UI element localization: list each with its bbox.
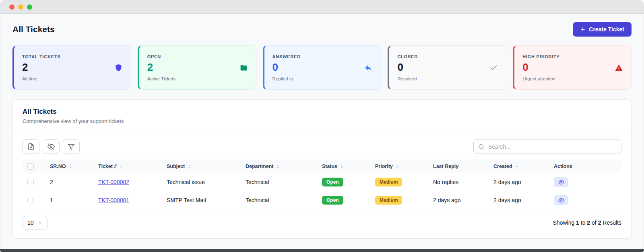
priority-badge: Medium: [375, 196, 402, 205]
create-ticket-button[interactable]: Create Ticket: [573, 22, 632, 37]
priority-badge: Medium: [375, 178, 402, 187]
window-bottom-edge: [0, 249, 644, 252]
status-badge: Open: [322, 178, 343, 187]
stat-card-closed: CLOSED 0 Resolved: [388, 45, 506, 90]
results-text: Results: [603, 219, 621, 226]
column-header-created[interactable]: Created: [489, 160, 549, 173]
cell-department: Technical: [241, 173, 317, 191]
stat-caption: Resolved: [397, 76, 417, 81]
stat-label: CLOSED: [397, 54, 417, 59]
table-header-row: SR.NO Ticket # Subject Department Status: [23, 160, 621, 173]
column-header-priority[interactable]: Priority: [370, 160, 428, 173]
cell-created: 2 days ago: [489, 173, 549, 191]
ticket-link[interactable]: TKT-000001: [98, 197, 129, 203]
close-window-button[interactable]: [9, 4, 14, 10]
results-total: 2: [598, 219, 601, 226]
sort-icon: [275, 164, 281, 169]
sort-icon: [68, 164, 73, 169]
eye-icon: [558, 179, 564, 185]
cell-created: 2 days ago: [489, 191, 549, 209]
column-header-subject[interactable]: Subject: [162, 160, 241, 173]
view-ticket-button[interactable]: [554, 195, 568, 205]
stat-value: 0: [397, 61, 417, 74]
stat-card-answered: ANSWERED 0 Replied to: [263, 45, 382, 90]
chevron-down-icon: [38, 220, 43, 225]
stat-caption: Urgent attention: [522, 76, 560, 81]
status-badge: Open: [322, 196, 343, 205]
eye-icon: [558, 197, 564, 203]
cell-last-reply: 2 days ago: [428, 191, 489, 209]
sort-icon: [187, 164, 192, 169]
stats-row: TOTAL TICKETS 2 All time OPEN 2 Active T…: [12, 45, 632, 90]
stat-caption: All time: [22, 76, 61, 81]
ticket-link[interactable]: TKT-000002: [98, 179, 129, 185]
column-header-srno[interactable]: SR.NO: [45, 160, 93, 173]
filter-button[interactable]: [63, 139, 80, 154]
column-label: Ticket #: [98, 164, 117, 169]
results-text: Showing: [553, 219, 575, 226]
cell-subject: SMTP Test Mail: [162, 191, 241, 209]
sort-icon: [119, 164, 124, 169]
results-summary: Showing 1 to 2 of 2 Results: [553, 219, 622, 226]
tickets-panel: All Tickets Comprehensive view of your s…: [12, 99, 632, 239]
minimize-window-button[interactable]: [18, 4, 23, 10]
column-label: Department: [246, 164, 273, 169]
zoom-window-button[interactable]: [27, 4, 32, 10]
column-header-actions: Actions: [549, 160, 621, 173]
stat-value: 2: [147, 61, 175, 74]
column-header-last-reply: Last Reply: [428, 160, 489, 173]
table-row: 2 TKT-000002 Technical issue Technical O…: [23, 173, 621, 191]
export-button[interactable]: [23, 139, 39, 154]
results-text: of: [592, 219, 597, 226]
column-label: Subject: [167, 164, 185, 169]
column-header-department[interactable]: Department: [241, 160, 317, 173]
folder-icon: [239, 64, 248, 72]
alert-triangle-icon: [615, 64, 623, 72]
chevron-down-icon: [514, 164, 520, 169]
table-footer: 10 Showing 1 to 2 of 2 Results: [13, 209, 631, 238]
stat-caption: Replied to: [272, 76, 301, 81]
column-label: Priority: [375, 164, 393, 169]
stat-card-open: OPEN 2 Active Tickets: [138, 45, 256, 90]
sort-icon: [339, 164, 345, 169]
view-ticket-button[interactable]: [554, 177, 568, 187]
cell-subject: Technical issue: [162, 173, 241, 191]
table-row: 1 TKT-000001 SMTP Test Mail Technical Op…: [23, 191, 621, 209]
stat-value: 0: [522, 61, 560, 74]
table-toolbar: [13, 131, 631, 160]
stat-card-high-priority: HIGH PRIORITY 0 Urgent attention: [513, 45, 632, 90]
cell-last-reply: No replies: [428, 173, 489, 191]
row-checkbox[interactable]: [27, 197, 34, 203]
export-file-icon: [27, 143, 35, 150]
page-size-select[interactable]: 10: [23, 216, 47, 229]
select-all-checkbox[interactable]: [27, 163, 34, 170]
stat-value: 0: [272, 61, 301, 74]
search-input[interactable]: [473, 139, 621, 154]
search-box: [473, 139, 621, 154]
panel-title: All Tickets: [23, 108, 621, 116]
reply-icon: [364, 64, 373, 72]
page-title: All Tickets: [12, 25, 55, 34]
column-label: Actions: [554, 164, 572, 169]
page-header: All Tickets Create Ticket: [12, 14, 632, 45]
sort-icon: [395, 164, 400, 169]
stat-caption: Active Tickets: [147, 76, 175, 81]
results-from: 1: [576, 219, 579, 226]
toggle-columns-button[interactable]: [43, 139, 60, 154]
column-header-status[interactable]: Status: [317, 160, 370, 173]
panel-header: All Tickets Comprehensive view of your s…: [13, 100, 631, 131]
eye-off-icon: [47, 143, 55, 150]
tickets-table: SR.NO Ticket # Subject Department Status: [23, 160, 621, 209]
row-checkbox[interactable]: [27, 179, 34, 185]
column-label: Last Reply: [433, 164, 458, 169]
column-header-ticket-number[interactable]: Ticket #: [93, 160, 162, 173]
results-text: to: [581, 219, 586, 226]
check-icon: [489, 64, 498, 72]
shield-icon: [114, 64, 123, 72]
search-icon: [478, 143, 485, 150]
stat-label: HIGH PRIORITY: [522, 54, 560, 59]
column-label: Status: [322, 164, 337, 169]
results-to: 2: [587, 219, 590, 226]
cell-srno: 2: [45, 173, 93, 191]
cell-department: Technical: [241, 191, 317, 209]
